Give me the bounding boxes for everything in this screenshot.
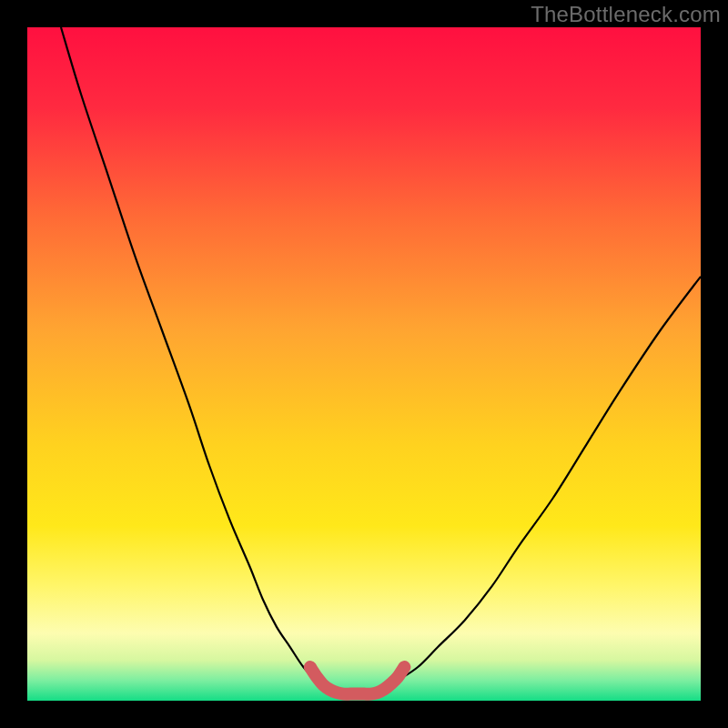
chart-container: TheBottleneck.com xyxy=(0,0,728,728)
series-left-branch xyxy=(61,27,317,681)
watermark-label: TheBottleneck.com xyxy=(531,2,721,27)
series-right-branch xyxy=(398,277,701,681)
series-sweet-spot xyxy=(310,667,405,694)
curves-layer xyxy=(0,0,728,728)
